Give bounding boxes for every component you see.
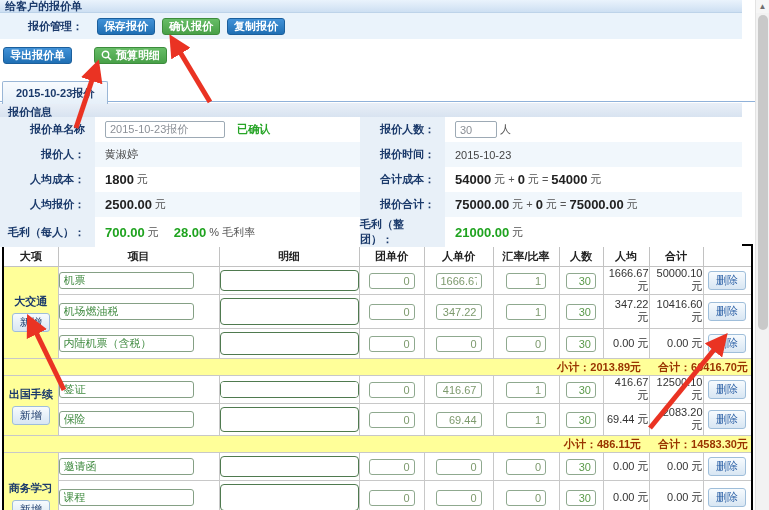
per-person-value: 1666.67 元: [603, 267, 649, 295]
group-price-input[interactable]: [369, 382, 415, 398]
price-total-label: 报价合计：: [360, 192, 445, 217]
person-price-input[interactable]: [436, 382, 482, 398]
per-person-value: 416.67 元: [603, 376, 649, 404]
quote-name-label: 报价单名称: [0, 117, 95, 142]
save-quote-button[interactable]: 保存报价: [97, 18, 155, 35]
people-count-input[interactable]: [566, 304, 596, 320]
delete-row-button[interactable]: 删除: [708, 380, 746, 399]
cost-total-s2: 元 =: [528, 172, 548, 187]
quote-items-table: 大项 项目 明细 团单价 人单价 汇率/比率 人数 人均 合计 大交通 新增 1…: [2, 244, 753, 510]
detail-input[interactable]: [220, 484, 359, 510]
detail-input[interactable]: [220, 298, 359, 325]
budget-detail-label: 预算明细: [116, 49, 160, 62]
group-price-input[interactable]: [369, 273, 415, 289]
person-price-input[interactable]: [436, 490, 482, 506]
rate-input[interactable]: [506, 412, 546, 428]
detail-input[interactable]: [220, 456, 359, 477]
table-row: 0.00 元 0.00 元 删除: [3, 329, 752, 359]
export-quote-button[interactable]: 导出报价单: [3, 47, 72, 64]
cost-per-person-label: 人均成本：: [0, 167, 95, 192]
add-row-button[interactable]: 新增: [12, 406, 50, 425]
group-name: 商务学习: [4, 481, 58, 496]
people-count-input[interactable]: [566, 382, 596, 398]
search-icon: [101, 50, 112, 61]
group-price-input[interactable]: [369, 490, 415, 506]
group-price-input[interactable]: [369, 336, 415, 352]
grand-total-value: 合计：14583.30元: [658, 438, 748, 450]
delete-row-button[interactable]: 删除: [708, 488, 746, 507]
per-person-value: 347.22 元: [603, 295, 649, 329]
people-unit: 人: [500, 122, 511, 137]
grand-total-value: 合计：60416.70元: [658, 361, 748, 373]
item-name-input[interactable]: [59, 458, 194, 475]
group-subtotal-row: 小计：486.11元 合计：14583.30元: [3, 436, 752, 453]
price-total-n3: 75000.00: [569, 197, 623, 212]
detail-input[interactable]: [220, 407, 359, 432]
item-name-input[interactable]: [59, 411, 194, 428]
total-value: 0.00 元: [649, 329, 703, 359]
tab-quote-2015-10-23[interactable]: 2015-10-23报价: [2, 81, 108, 104]
vertical-scrollbar[interactable]: ▲: [755, 0, 769, 510]
delete-row-button[interactable]: 删除: [708, 334, 746, 353]
add-row-button[interactable]: 新增: [12, 500, 50, 510]
person-price-input[interactable]: [436, 273, 482, 289]
col-rate: 汇率/比率: [493, 245, 559, 267]
people-count-input[interactable]: [566, 490, 596, 506]
group-price-input[interactable]: [369, 412, 415, 428]
rate-input[interactable]: [506, 459, 546, 475]
quoter-value: 黄淑婷: [105, 147, 138, 162]
confirmed-status-badge: 已确认: [237, 122, 270, 137]
rate-input[interactable]: [506, 336, 546, 352]
price-total-s2: 元 =: [546, 197, 566, 212]
profit-per-person-value: 700.00: [105, 225, 145, 240]
price-total-s3: 元: [627, 197, 638, 212]
copy-quote-button[interactable]: 复制报价: [227, 18, 285, 35]
profit-total-value: 21000.00: [455, 225, 509, 240]
item-name-input[interactable]: [59, 489, 194, 506]
detail-input[interactable]: [220, 270, 359, 291]
item-name-input[interactable]: [59, 303, 194, 320]
people-count-input[interactable]: [455, 121, 497, 138]
confirm-quote-button[interactable]: 确认报价: [162, 18, 220, 35]
scroll-up-arrow-icon[interactable]: ▲: [756, 0, 769, 13]
quote-time-value: 2015-10-23: [455, 149, 511, 161]
people-count-input[interactable]: [566, 459, 596, 475]
group-price-input[interactable]: [369, 459, 415, 475]
person-price-input[interactable]: [436, 459, 482, 475]
item-name-input[interactable]: [59, 335, 194, 352]
cost-total-s1: 元 +: [494, 172, 514, 187]
quote-info-header: 报价信息: [0, 102, 742, 117]
cost-total-n1: 54000: [455, 172, 491, 187]
scrollbar-thumb[interactable]: [758, 15, 768, 330]
add-row-button[interactable]: 新增: [12, 313, 50, 332]
delete-row-button[interactable]: 删除: [708, 302, 746, 321]
total-value: 2083.20 元: [649, 404, 703, 436]
delete-row-button[interactable]: 删除: [708, 271, 746, 290]
item-name-input[interactable]: [59, 272, 194, 289]
rate-input[interactable]: [506, 273, 546, 289]
quote-manage-toolbar: 报价管理： 保存报价 确认报价 复制报价: [0, 13, 742, 39]
form-row: 报价人： 黄淑婷 报价时间： 2015-10-23: [0, 142, 742, 167]
detail-input[interactable]: [220, 381, 359, 398]
person-price-input[interactable]: [436, 336, 482, 352]
quote-name-input[interactable]: [105, 121, 225, 138]
yuan-unit: 元: [137, 172, 148, 187]
people-count-input[interactable]: [566, 412, 596, 428]
cost-total-n3: 54000: [551, 172, 587, 187]
table-row: 0.00 元 0.00 元 删除: [3, 481, 752, 510]
budget-detail-button[interactable]: 预算明细: [94, 47, 167, 64]
delete-row-button[interactable]: 删除: [708, 410, 746, 429]
rate-input[interactable]: [506, 304, 546, 320]
group-price-input[interactable]: [369, 304, 415, 320]
people-count-input[interactable]: [566, 273, 596, 289]
item-name-input[interactable]: [59, 381, 194, 398]
rate-input[interactable]: [506, 490, 546, 506]
person-price-input[interactable]: [436, 412, 482, 428]
subtotal-value: 小计：2013.89元: [557, 361, 641, 373]
detail-input[interactable]: [220, 332, 359, 355]
delete-row-button[interactable]: 删除: [708, 457, 746, 476]
col-group-price: 团单价: [359, 245, 424, 267]
people-count-input[interactable]: [566, 336, 596, 352]
person-price-input[interactable]: [436, 304, 482, 320]
rate-input[interactable]: [506, 382, 546, 398]
